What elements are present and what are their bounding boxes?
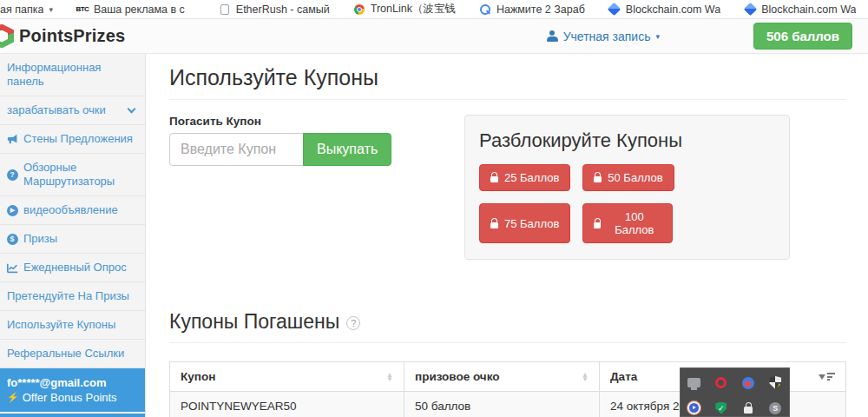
lightning-icon: ⚡ bbox=[7, 390, 19, 405]
sidebar-item-dashboard[interactable]: Информационная панель bbox=[0, 54, 145, 96]
sidebar-item-label: Претендуйте На Призы bbox=[7, 289, 129, 303]
unlock-coupons-panel: Разблокируйте Купоны 25 Баллов 50 Баллов… bbox=[464, 115, 790, 260]
blockchain-icon bbox=[744, 3, 756, 16]
magnifier-icon bbox=[479, 3, 491, 16]
btc-icon: BTC bbox=[76, 3, 89, 16]
skype-tray-icon[interactable]: S bbox=[768, 401, 782, 415]
sidebar-item-referral-links[interactable]: Реферальные Ссылки bbox=[0, 340, 145, 368]
unlock-button-label: 50 Баллов bbox=[608, 171, 662, 184]
lock-icon bbox=[594, 176, 602, 182]
sidebar-item-label: Используйте Купоны bbox=[7, 318, 115, 332]
brand-name: PointsPrizes bbox=[19, 26, 125, 46]
sort-desc-icon bbox=[819, 373, 835, 381]
column-header-coupon[interactable]: Купон ▲▼ bbox=[170, 362, 404, 392]
column-label: Купон bbox=[181, 370, 215, 383]
chrome-icon bbox=[353, 3, 365, 16]
bookmark-label: Blockchain.com Wa bbox=[761, 3, 856, 16]
document-icon bbox=[219, 3, 231, 16]
brand-logo[interactable]: PointsPrizes bbox=[0, 24, 125, 49]
redeem-label: Погасить Купон bbox=[169, 115, 382, 128]
defender-warning-tray-icon[interactable] bbox=[768, 376, 782, 390]
lock-icon bbox=[490, 222, 498, 228]
app-tray-icon[interactable] bbox=[741, 376, 755, 390]
browser-bookmarks-bar: ая папка ▾ BTC Ваша реклама в с EtherRus… bbox=[0, 0, 868, 19]
media-player-tray-icon[interactable] bbox=[687, 401, 701, 415]
sidebar-item-label: Стены Предложения bbox=[23, 132, 133, 146]
sidebar-item-earn-points[interactable]: зарабатывать очки bbox=[0, 96, 145, 125]
column-header-points[interactable]: призовое очко ▲▼ bbox=[404, 362, 600, 392]
lock-tray-icon[interactable] bbox=[741, 401, 755, 415]
sidebar-item-daily-poll[interactable]: Ежедневный Опрос bbox=[0, 254, 145, 282]
caret-down-icon: ▾ bbox=[49, 5, 53, 14]
coin-icon: $ bbox=[6, 233, 18, 245]
divider bbox=[169, 99, 846, 100]
bookmark-item[interactable]: BTC Ваша реклама в с bbox=[76, 3, 185, 16]
offer-note: Offer Bonus Points bbox=[23, 390, 117, 405]
sort-icon: ▲▼ bbox=[582, 373, 589, 381]
redeem-button[interactable]: Выкупать bbox=[303, 133, 391, 166]
sidebar-item-claim-prizes[interactable]: Претендуйте На Призы bbox=[0, 282, 145, 311]
column-label: Дата bbox=[610, 370, 637, 383]
bookmark-item[interactable]: Blockchain.com Wa bbox=[744, 3, 856, 16]
history-title: Купоны Погашены bbox=[169, 310, 339, 334]
sidebar-item-video-ads[interactable]: ▶ видеообъявление bbox=[0, 196, 145, 225]
unlock-50-button[interactable]: 50 Баллов bbox=[582, 164, 674, 191]
coupon-input[interactable] bbox=[169, 133, 304, 166]
help-icon[interactable]: ? bbox=[346, 316, 360, 330]
sidebar-item-prizes[interactable]: $ Призы bbox=[0, 225, 145, 254]
lock-icon bbox=[594, 222, 601, 228]
unlock-button-label: 25 Баллов bbox=[504, 171, 559, 184]
sort-icon: ▲▼ bbox=[386, 373, 393, 381]
sidebar-item-offer-walls[interactable]: Стены Предложения bbox=[0, 125, 145, 154]
redeem-form: Погасить Купон Выкупать bbox=[169, 115, 382, 166]
sidebar-item-label: Обзорные Маршрутизаторы bbox=[23, 161, 138, 189]
points-balance-button[interactable]: 506 баллов bbox=[753, 23, 852, 50]
sidebar-item-label: видеообъявление bbox=[23, 203, 118, 217]
lock-icon bbox=[490, 176, 498, 182]
sidebar-item-use-coupons[interactable]: Используйте Купоны bbox=[0, 311, 145, 340]
question-circle-icon: ? bbox=[6, 169, 18, 181]
megaphone-icon bbox=[6, 133, 18, 145]
bonus-offer-card[interactable]: 90*****@qq.com ⚡ Offer Bonus Points bbox=[0, 414, 145, 417]
sidebar-item-label: Информационная панель bbox=[7, 61, 138, 89]
bookmark-item[interactable]: Нажмите 2 Зараб bbox=[479, 3, 585, 16]
caret-down-icon: ▾ bbox=[655, 32, 660, 41]
pointsprizes-hexagon-icon bbox=[0, 24, 14, 49]
bookmark-folder[interactable]: ая папка ▾ bbox=[0, 3, 53, 16]
chevron-down-icon bbox=[128, 105, 136, 114]
sidebar-item-label: зарабатывать очки bbox=[7, 103, 106, 117]
bookmark-label: TronLink（波宝钱 bbox=[371, 2, 456, 17]
account-label: Учетная запись bbox=[563, 30, 651, 43]
account-email: fo*****@gmail.com bbox=[7, 375, 138, 390]
bookmark-item[interactable]: TronLink（波宝钱 bbox=[353, 2, 456, 17]
unlock-button-label: 100 Баллов bbox=[607, 210, 661, 236]
bookmark-item[interactable]: Blockchain.com Wa bbox=[608, 3, 720, 16]
play-circle-icon: ▶ bbox=[6, 204, 18, 216]
bookmark-label: Blockchain.com Wa bbox=[626, 3, 720, 16]
sidebar-item-label: Ежедневный Опрос bbox=[23, 261, 127, 275]
cell-points: 50 баллов bbox=[404, 392, 600, 417]
unlock-button-label: 75 Баллов bbox=[504, 217, 559, 230]
sidebar-item-label: Призы bbox=[23, 232, 57, 246]
bonus-offer-card[interactable]: fo*****@gmail.com ⚡ Offer Bonus Points bbox=[0, 368, 145, 414]
opera-tray-icon[interactable] bbox=[714, 376, 728, 390]
antivirus-check-tray-icon[interactable]: ✓ bbox=[714, 401, 728, 415]
blockchain-icon bbox=[608, 3, 621, 16]
account-menu[interactable]: Учетная запись ▾ bbox=[547, 30, 660, 43]
unlock-75-button[interactable]: 75 Баллов bbox=[479, 203, 570, 243]
sidebar-item-label: Реферальные Ссылки bbox=[7, 347, 124, 361]
unlock-panel-title: Разблокируйте Купоны bbox=[479, 129, 775, 152]
cell-coupon: POINTYNEWYEAR50 bbox=[170, 392, 404, 417]
column-label: призовое очко bbox=[415, 370, 500, 383]
sidebar-item-survey-routers[interactable]: ? Обзорные Маршрутизаторы bbox=[0, 154, 145, 196]
bookmark-label: EtherRush - самый bbox=[236, 3, 330, 16]
bookmark-item[interactable]: EtherRush - самый bbox=[219, 3, 330, 16]
unlock-100-button[interactable]: 100 Баллов bbox=[582, 203, 673, 243]
monitor-tray-icon[interactable] bbox=[687, 376, 701, 390]
sidebar: Информационная панель зарабатывать очки … bbox=[0, 54, 146, 417]
person-icon bbox=[547, 30, 558, 42]
bookmark-label: ая папка bbox=[0, 3, 43, 16]
main-content: Используйте Купоны Погасить Купон Выкупа… bbox=[146, 54, 868, 417]
page-title: Используйте Купоны bbox=[169, 65, 846, 90]
unlock-25-button[interactable]: 25 Баллов bbox=[479, 164, 570, 191]
